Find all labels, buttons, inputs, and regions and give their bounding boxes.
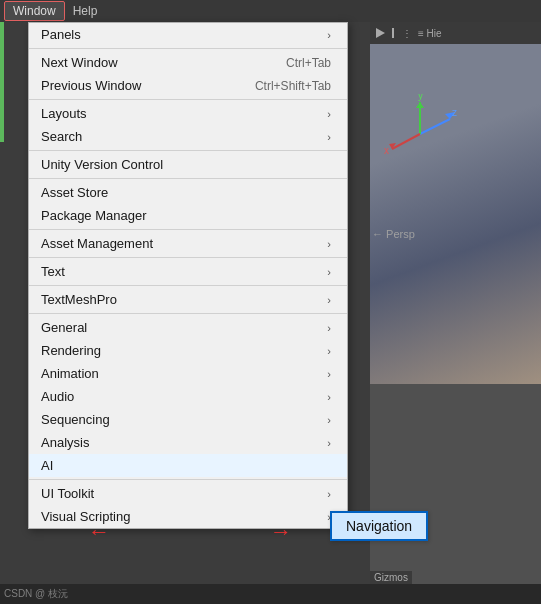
separator-4 xyxy=(29,178,347,179)
audio-arrow: › xyxy=(327,391,331,403)
menu-item-rendering[interactable]: Rendering › xyxy=(29,339,347,362)
svg-line-6 xyxy=(392,134,420,149)
asset-management-arrow: › xyxy=(327,238,331,250)
menu-item-package-manager[interactable]: Package Manager xyxy=(29,204,347,227)
left-red-arrow-annotation: ← xyxy=(88,519,110,545)
svg-marker-4 xyxy=(416,102,424,108)
svg-text:x: x xyxy=(384,145,389,156)
more-options-icon[interactable]: ⋮ xyxy=(402,28,412,39)
menu-item-next-window[interactable]: Next Window Ctrl+Tab xyxy=(29,51,347,74)
separator-1 xyxy=(29,48,347,49)
menu-item-text[interactable]: Text › xyxy=(29,260,347,283)
textmeshpro-arrow: › xyxy=(327,294,331,306)
unity-version-control-label: Unity Version Control xyxy=(41,157,163,172)
ui-toolkit-label: UI Toolkit xyxy=(41,486,94,501)
menu-item-search[interactable]: Search › xyxy=(29,125,347,148)
pause-icon[interactable] xyxy=(392,28,394,38)
scene-gizmo: z y x xyxy=(380,94,460,174)
general-arrow: › xyxy=(327,322,331,334)
svg-line-0 xyxy=(420,119,450,134)
rendering-label: Rendering xyxy=(41,343,101,358)
hierarchy-icon: ≡ Hie xyxy=(418,28,442,39)
text-label: Text xyxy=(41,264,65,279)
status-bar: CSDN @ 枝沅 xyxy=(0,584,541,604)
search-label: Search xyxy=(41,129,82,144)
animation-label: Animation xyxy=(41,366,99,381)
panels-label: Panels xyxy=(41,27,81,42)
asset-management-label: Asset Management xyxy=(41,236,153,251)
separator-7 xyxy=(29,285,347,286)
navigation-flyout: Navigation xyxy=(330,511,428,541)
sequencing-label: Sequencing xyxy=(41,412,110,427)
separator-2 xyxy=(29,99,347,100)
menu-item-prev-window[interactable]: Previous Window Ctrl+Shift+Tab xyxy=(29,74,347,97)
next-window-shortcut: Ctrl+Tab xyxy=(286,56,331,70)
layouts-label: Layouts xyxy=(41,106,87,121)
separator-5 xyxy=(29,229,347,230)
separator-8 xyxy=(29,313,347,314)
separator-6 xyxy=(29,257,347,258)
menu-window[interactable]: Window xyxy=(4,1,65,21)
svg-text:z: z xyxy=(452,107,457,118)
audio-label: Audio xyxy=(41,389,74,404)
menu-help[interactable]: Help xyxy=(65,2,106,20)
menu-item-asset-management[interactable]: Asset Management › xyxy=(29,232,347,255)
separator-3 xyxy=(29,150,347,151)
play-icon[interactable] xyxy=(376,28,386,38)
package-manager-label: Package Manager xyxy=(41,208,147,223)
general-label: General xyxy=(41,320,87,335)
right-red-arrow-annotation: → xyxy=(270,519,292,545)
animation-arrow: › xyxy=(327,368,331,380)
ai-label: AI xyxy=(41,458,53,473)
ui-toolkit-arrow: › xyxy=(327,488,331,500)
rendering-arrow: › xyxy=(327,345,331,357)
next-window-label: Next Window xyxy=(41,55,118,70)
menu-item-audio[interactable]: Audio › xyxy=(29,385,347,408)
analysis-label: Analysis xyxy=(41,435,89,450)
separator-9 xyxy=(29,479,347,480)
svg-text:y: y xyxy=(418,94,423,101)
menu-item-asset-store[interactable]: Asset Store xyxy=(29,181,347,204)
gizmos-label: Gizmos xyxy=(370,571,412,584)
menu-item-panels[interactable]: Panels › xyxy=(29,23,347,46)
search-arrow: › xyxy=(327,131,331,143)
viewport-toolbar: ⋮ ≡ Hie xyxy=(370,22,541,44)
menu-item-general[interactable]: General › xyxy=(29,316,347,339)
left-green-bar xyxy=(0,22,4,142)
status-text: CSDN @ 枝沅 xyxy=(4,587,68,601)
analysis-arrow: › xyxy=(327,437,331,449)
persp-label: ← Persp xyxy=(372,228,415,240)
menu-item-ai[interactable]: AI xyxy=(29,454,347,477)
menu-bar: Window Help xyxy=(0,0,541,22)
scene-view: z y x xyxy=(370,44,541,384)
menu-item-ui-toolkit[interactable]: UI Toolkit › xyxy=(29,482,347,505)
visual-scripting-label: Visual Scripting xyxy=(41,509,130,524)
prev-window-label: Previous Window xyxy=(41,78,141,93)
text-arrow: › xyxy=(327,266,331,278)
dropdown-menu: Panels › Next Window Ctrl+Tab Previous W… xyxy=(28,22,348,529)
menu-item-textmeshpro[interactable]: TextMeshPro › xyxy=(29,288,347,311)
menu-item-analysis[interactable]: Analysis › xyxy=(29,431,347,454)
menu-item-visual-scripting[interactable]: Visual Scripting › xyxy=(29,505,347,528)
prev-window-shortcut: Ctrl+Shift+Tab xyxy=(255,79,331,93)
layouts-arrow: › xyxy=(327,108,331,120)
menu-item-sequencing[interactable]: Sequencing › xyxy=(29,408,347,431)
navigation-label: Navigation xyxy=(346,518,412,534)
menu-item-unity-version-control[interactable]: Unity Version Control xyxy=(29,153,347,176)
menu-item-layouts[interactable]: Layouts › xyxy=(29,102,347,125)
asset-store-label: Asset Store xyxy=(41,185,108,200)
textmeshpro-label: TextMeshPro xyxy=(41,292,117,307)
sequencing-arrow: › xyxy=(327,414,331,426)
menu-item-animation[interactable]: Animation › xyxy=(29,362,347,385)
panels-arrow: › xyxy=(327,29,331,41)
